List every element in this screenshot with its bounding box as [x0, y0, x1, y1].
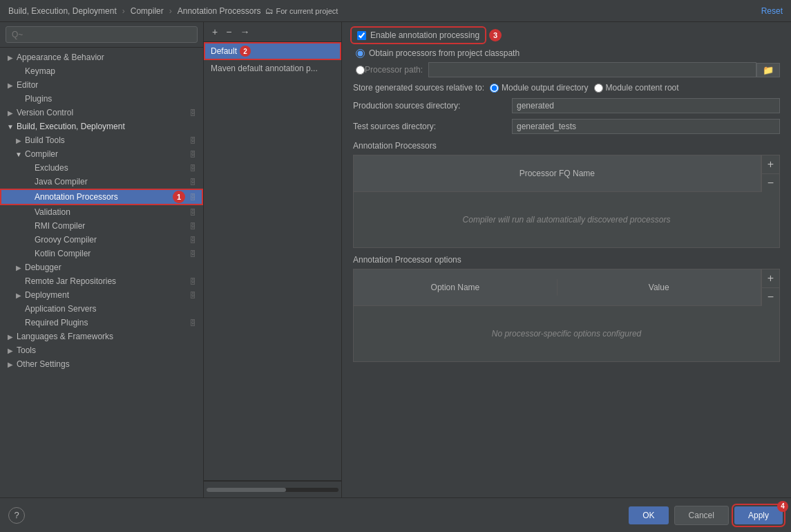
module-output-label[interactable]: Module output directory — [502, 83, 588, 93]
storage-icon: 🗄 — [188, 207, 198, 217]
module-content-label[interactable]: Module content root — [606, 83, 679, 93]
profile-num-badge: 2 — [240, 46, 251, 57]
storage-icon: 🗄 — [188, 318, 198, 327]
sidebar-item-deployment[interactable]: ▶ Deployment 🗄 — [0, 288, 203, 302]
cancel-button[interactable]: Cancel — [674, 506, 729, 525]
module-output-option: Module output directory — [490, 83, 588, 93]
storage-icon: 🗄 — [188, 276, 198, 286]
sidebar-item-groovy-compiler[interactable]: Groovy Compiler 🗄 — [0, 233, 203, 247]
options-table-header-row: Option Name Value + − — [354, 269, 779, 306]
sidebar-item-appearance[interactable]: ▶ Appearance & Behavior — [0, 50, 203, 64]
storage-icon: 🗄 — [188, 149, 198, 159]
settings-panel: Enable annotation processing 3 Obtain pr… — [342, 22, 791, 497]
reset-button[interactable]: Reset — [761, 6, 783, 16]
processor-path-radio[interactable] — [356, 66, 365, 75]
copy-profile-button[interactable]: → — [237, 25, 252, 39]
annotation-empty-msg: Compiler will run all automatically disc… — [463, 215, 671, 225]
processor-path-label[interactable]: Processor path: — [365, 65, 423, 75]
storage-icon: 🗄 — [188, 249, 198, 258]
sidebar-item-editor[interactable]: ▶ Editor — [0, 78, 203, 92]
option-value-header: Value — [557, 279, 761, 296]
arrow-icon: ▶ — [6, 80, 15, 90]
spacer — [14, 318, 23, 327]
profile-scroll-area — [204, 481, 341, 497]
sidebar: ▶ Appearance & Behavior Keymap ▶ Editor … — [0, 22, 204, 497]
enable-annotation-checkbox[interactable] — [357, 31, 366, 40]
test-sources-input[interactable] — [512, 119, 780, 134]
annotation-processor-options-section-label: Annotation Processor options — [353, 255, 780, 265]
for-current-project: 🗂 For current project — [265, 6, 339, 16]
sidebar-item-languages[interactable]: ▶ Languages & Frameworks — [0, 330, 203, 343]
breadcrumb-part2: Compiler — [131, 6, 164, 16]
profile-scrollbar[interactable] — [207, 488, 339, 492]
apply-button[interactable]: Apply 4 — [734, 506, 783, 524]
add-profile-button[interactable]: + — [209, 25, 220, 39]
obtain-processors-label[interactable]: Obtain processors from project classpath — [369, 48, 520, 58]
processor-fq-name-header: Processor FQ Name — [354, 165, 761, 182]
profile-item-default[interactable]: Default 2 — [204, 42, 341, 60]
test-sources-label: Test sources directory: — [353, 122, 512, 131]
sidebar-item-version-control[interactable]: ▶ Version Control 🗄 — [0, 106, 203, 120]
search-input[interactable] — [6, 26, 198, 43]
annotation-add-button[interactable]: + — [761, 155, 779, 173]
arrow-icon: ▶ — [14, 263, 23, 272]
sidebar-item-remote-jar[interactable]: Remote Jar Repositories 🗄 — [0, 274, 203, 288]
enable-annotation-label[interactable]: Enable annotation processing — [370, 30, 479, 40]
module-content-radio[interactable] — [594, 84, 603, 93]
sidebar-item-required-plugins[interactable]: Required Plugins 🗄 — [0, 316, 203, 330]
sidebar-item-debugger[interactable]: ▶ Debugger — [0, 260, 203, 274]
test-sources-row: Test sources directory: — [353, 119, 780, 134]
help-button[interactable]: ? — [8, 507, 25, 524]
obtain-processors-radio[interactable] — [356, 49, 365, 58]
options-table-header: Option Name Value — [354, 269, 761, 306]
production-sources-row: Production sources directory: — [353, 98, 780, 113]
sidebar-item-validation[interactable]: Validation 🗄 — [0, 205, 203, 219]
options-empty-msg: No processor-specific options configured — [492, 329, 642, 339]
processor-path-folder-button[interactable]: 📁 — [756, 63, 780, 77]
sidebar-tree: ▶ Appearance & Behavior Keymap ▶ Editor … — [0, 48, 203, 497]
arrow-expanded-icon: ▼ — [14, 149, 23, 159]
option-name-header: Option Name — [354, 279, 557, 296]
options-add-button[interactable]: + — [761, 269, 779, 287]
storage-icon: 🗄 — [188, 290, 198, 300]
arrow-icon: ▶ — [6, 359, 15, 369]
sidebar-item-annotation-processors[interactable]: Annotation Processors 1 🗄 — [0, 189, 203, 205]
sidebar-item-rmi-compiler[interactable]: RMI Compiler 🗄 — [0, 219, 203, 233]
annotation-num-badge: 1 — [173, 191, 185, 203]
sidebar-item-excludes[interactable]: Excludes 🗄 — [0, 161, 203, 175]
module-output-radio[interactable] — [490, 84, 499, 93]
options-remove-button[interactable]: − — [761, 287, 779, 306]
main-layout: ▶ Appearance & Behavior Keymap ▶ Editor … — [0, 22, 791, 497]
spacer — [14, 276, 23, 286]
production-sources-input[interactable] — [512, 98, 780, 113]
sidebar-item-build-tools[interactable]: ▶ Build Tools 🗄 — [0, 133, 203, 147]
sidebar-item-kotlin-compiler[interactable]: Kotlin Compiler 🗄 — [0, 247, 203, 260]
production-sources-label: Production sources directory: — [353, 101, 512, 111]
annotation-processor-options-table: Option Name Value + − No processor-speci… — [353, 269, 780, 362]
spacer — [23, 221, 33, 231]
ok-button[interactable]: OK — [629, 506, 668, 524]
annotation-remove-button[interactable]: − — [761, 173, 779, 192]
profile-item-maven[interactable]: Maven default annotation p... — [204, 60, 341, 77]
sidebar-item-other-settings[interactable]: ▶ Other Settings — [0, 357, 203, 371]
sidebar-item-plugins[interactable]: Plugins — [0, 92, 203, 106]
storage-icon: 🗄 — [188, 163, 198, 173]
sidebar-item-build-execution[interactable]: ▼ Build, Execution, Deployment — [0, 120, 203, 133]
sidebar-item-keymap[interactable]: Keymap — [0, 64, 203, 78]
sidebar-item-tools[interactable]: ▶ Tools — [0, 343, 203, 357]
arrow-icon: ▶ — [6, 108, 15, 117]
annotation-processors-table: Processor FQ Name + − Compiler will run … — [353, 155, 780, 248]
breadcrumb-sep1: › — [122, 6, 125, 16]
processor-path-input[interactable] — [428, 62, 756, 77]
sidebar-item-application-servers[interactable]: Application Servers — [0, 302, 203, 316]
annotation-processors-table-header: Processor FQ Name — [354, 155, 761, 192]
store-generated-row: Store generated sources relative to: Mod… — [353, 83, 780, 93]
profile-scrollbar-thumb — [207, 488, 286, 492]
enable-checkbox-area: Enable annotation processing — [353, 29, 484, 41]
remove-profile-button[interactable]: − — [223, 25, 234, 39]
sidebar-item-java-compiler[interactable]: Java Compiler 🗄 — [0, 175, 203, 189]
breadcrumb-bar: Build, Execution, Deployment › Compiler … — [0, 0, 791, 22]
sidebar-item-compiler[interactable]: ▼ Compiler 🗄 — [0, 147, 203, 161]
spacer — [23, 249, 33, 258]
obtain-processors-row: Obtain processors from project classpath — [353, 48, 780, 58]
